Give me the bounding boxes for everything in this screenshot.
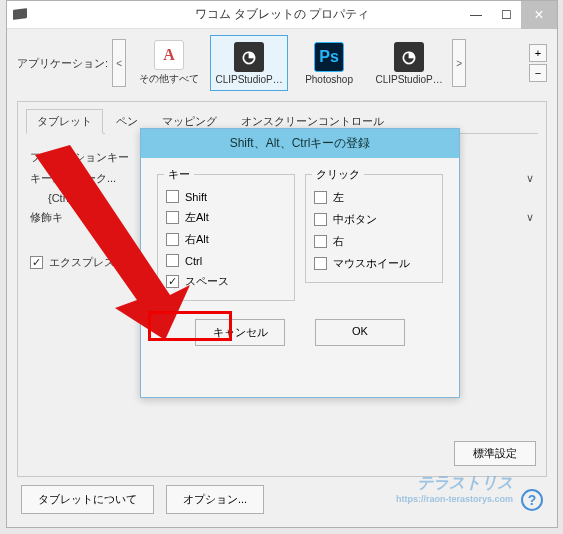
app-clip2-icon: ◔ [394, 42, 424, 72]
apps-scroll-right[interactable]: > [452, 39, 466, 87]
close-button[interactable]: × [521, 1, 557, 29]
express-view-label: エクスプレスビ [49, 255, 126, 270]
app-add-button[interactable]: + [529, 44, 547, 62]
express-view-checkbox[interactable] [30, 256, 43, 269]
app-item-clipstudio-2[interactable]: ◔ CLIPStudioP… [370, 35, 448, 91]
apps-scroll-left[interactable]: < [112, 39, 126, 87]
click-group: クリック 左 中ボタン 右 マウスホイール [305, 174, 443, 283]
right-click-checkbox[interactable] [314, 235, 327, 248]
ralt-checkbox[interactable] [166, 233, 179, 246]
app-clip-icon: ◔ [234, 42, 264, 72]
window-title: ワコム タブレットの プロパティ [195, 6, 370, 23]
middle-click-checkbox[interactable] [314, 213, 327, 226]
space-checkbox[interactable] [166, 275, 179, 288]
dialog-title: Shift、Alt、Ctrlキーの登録 [141, 129, 459, 158]
application-row: アプリケーション: < A その他すべて ◔ CLIPStudioP… Ps P… [7, 29, 557, 97]
app-item-other[interactable]: A その他すべて [130, 35, 208, 91]
app-item-photoshop[interactable]: Ps Photoshop [290, 35, 368, 91]
watermark: テラストリス https://raon-terastorys.com [396, 473, 513, 504]
shift-checkbox[interactable] [166, 190, 179, 203]
default-button[interactable]: 標準設定 [454, 441, 536, 466]
titlebar: ワコム タブレットの プロパティ — ☐ × [7, 1, 557, 29]
chevron-down-icon: ∨ [526, 172, 534, 185]
application-label: アプリケーション: [17, 56, 108, 71]
ok-button[interactable]: OK [315, 319, 405, 346]
help-icon[interactable]: ? [521, 489, 543, 511]
app-other-icon: A [154, 40, 184, 70]
about-tablet-button[interactable]: タブレットについて [21, 485, 154, 514]
cancel-button[interactable]: キャンセル [195, 319, 285, 346]
left-click-checkbox[interactable] [314, 191, 327, 204]
tab-tablet[interactable]: タブレット [26, 109, 103, 134]
app-item-clipstudio[interactable]: ◔ CLIPStudioP… [210, 35, 288, 91]
app-icon [13, 8, 27, 20]
modifier-dialog: Shift、Alt、Ctrlキーの登録 キー Shift 左Alt 右Alt C… [140, 128, 460, 398]
app-remove-button[interactable]: − [529, 64, 547, 82]
chevron-down-icon: ∨ [526, 211, 534, 224]
wheel-checkbox[interactable] [314, 257, 327, 270]
ctrl-checkbox[interactable] [166, 254, 179, 267]
key-group: キー Shift 左Alt 右Alt Ctrl スペース [157, 174, 295, 301]
lalt-checkbox[interactable] [166, 211, 179, 224]
maximize-button[interactable]: ☐ [491, 1, 521, 29]
minimize-button[interactable]: — [461, 1, 491, 29]
options-button[interactable]: オプション... [166, 485, 264, 514]
app-ps-icon: Ps [314, 42, 344, 72]
